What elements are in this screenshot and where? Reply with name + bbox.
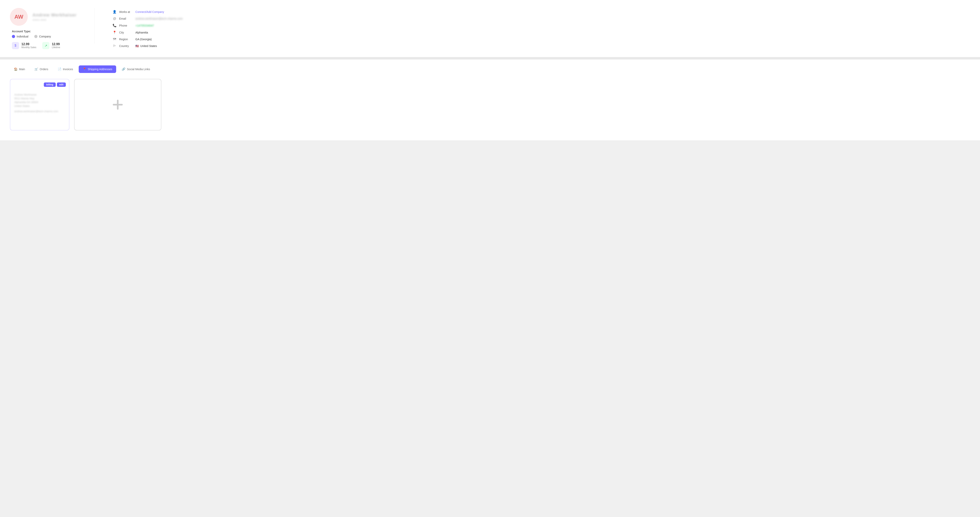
profile-left: AW Andrew Werkhaiser #0001-0000 Account …: [10, 8, 76, 49]
address-line-2: 5512 Atlanta Hwy: [14, 97, 65, 100]
works-at-icon: 👤: [112, 10, 117, 14]
account-type-block: Account Type: Individual Company: [12, 30, 76, 38]
invoices-tab-label: Invoices: [63, 68, 73, 71]
lifetime-text: 12.99 Lifetime: [52, 43, 60, 49]
main-tab-icon: 🏠: [14, 67, 18, 71]
company-radio-dot: [34, 35, 37, 38]
phone-icon: 📞: [112, 24, 117, 27]
flag-emoji: 🇺🇸: [135, 45, 139, 48]
company-label: Company: [39, 35, 51, 38]
works-at-value[interactable]: Connect/Add Company: [135, 10, 164, 13]
address-card-billing: billing edit Andrew Werkhaiser 5512 Atla…: [10, 79, 69, 130]
address-email: andrew.werkhaiser@tech-charms.com: [14, 110, 65, 113]
lifetime-label: Lifetime: [52, 46, 60, 49]
profile-section: AW Andrew Werkhaiser #0001-0000 Account …: [0, 0, 980, 57]
city-icon: 📍: [112, 30, 117, 34]
monthly-sales-stat: $ 12.99 Monthly Sales: [12, 42, 36, 49]
city-key: City: [119, 31, 133, 34]
add-icon: [112, 99, 124, 111]
bottom-section: 🏠 Main 🛒 Orders 📄 Invoices 📍 Shipping Ad…: [0, 59, 980, 140]
vertical-divider: [94, 8, 95, 44]
phone-row: 📞 Phone +14705334047: [112, 24, 183, 27]
monthly-sales-label: Monthly Sales: [21, 46, 36, 49]
addresses-grid: billing edit Andrew Werkhaiser 5512 Atla…: [10, 79, 970, 130]
shipping-tab-icon: 📍: [83, 67, 86, 71]
region-icon: 🗺: [112, 37, 117, 41]
trend-icon: ↗: [42, 42, 49, 49]
tab-invoices[interactable]: 📄 Invoices: [54, 65, 77, 73]
monthly-sales-text: 12.99 Monthly Sales: [21, 43, 36, 49]
address-line-3: Alpharetta GA 30004: [14, 101, 65, 104]
dollar-icon: $: [12, 42, 19, 49]
account-type-label: Account Type:: [12, 30, 76, 33]
profile-name-block: Andrew Werkhaiser #0001-0000: [32, 13, 76, 21]
company-radio[interactable]: Company: [34, 35, 51, 38]
country-icon: 🏳: [112, 44, 117, 48]
social-tab-icon: 🔗: [122, 67, 126, 71]
avatar: AW: [10, 8, 28, 26]
address-content: Andrew Werkhaiser 5512 Atlanta Hwy Alpha…: [14, 93, 65, 113]
shipping-tab-label: Shipping Addresses: [88, 68, 112, 71]
country-name: United States: [140, 45, 157, 48]
section-separator: [0, 57, 980, 59]
invoices-tab-icon: 📄: [58, 67, 62, 71]
works-at-row: 👤 Works at Connect/Add Company: [112, 10, 183, 14]
address-line-1: Andrew Werkhaiser: [14, 93, 65, 96]
email-icon: @: [112, 17, 117, 21]
city-value: Alpharetta: [135, 31, 148, 34]
profile-id: #0001-0000: [32, 18, 76, 21]
country-value: 🇺🇸 United States: [135, 45, 157, 48]
profile-name: Andrew Werkhaiser: [32, 13, 76, 17]
region-key: Region: [119, 38, 133, 41]
phone-key: Phone: [119, 24, 133, 27]
email-row: @ Email andrew.werkhaiser@tech-charms.co…: [112, 17, 183, 21]
country-row: 🏳 Country 🇺🇸 United States: [112, 44, 183, 48]
social-tab-label: Social Media Links: [127, 68, 150, 71]
profile-header: AW Andrew Werkhaiser #0001-0000: [10, 8, 76, 26]
orders-tab-icon: 🛒: [35, 67, 38, 71]
region-row: 🗺 Region GA (Georgia): [112, 37, 183, 41]
tab-orders[interactable]: 🛒 Orders: [30, 65, 52, 73]
tabs-bar: 🏠 Main 🛒 Orders 📄 Invoices 📍 Shipping Ad…: [10, 65, 970, 73]
address-badges: billing edit: [44, 83, 66, 87]
tab-social[interactable]: 🔗 Social Media Links: [118, 65, 154, 73]
tab-main[interactable]: 🏠 Main: [10, 65, 29, 73]
address-line-4: United States: [14, 105, 65, 107]
individual-label: Individual: [17, 35, 29, 38]
phone-value: +14705334047: [135, 24, 154, 27]
individual-radio[interactable]: Individual: [12, 35, 29, 38]
individual-radio-dot: [12, 35, 15, 38]
country-key: Country: [119, 45, 133, 48]
lifetime-stat: ↗ 12.99 Lifetime: [42, 42, 60, 49]
billing-badge[interactable]: billing: [44, 83, 56, 87]
stats-row: $ 12.99 Monthly Sales ↗ 12.99 Lifetime: [12, 42, 76, 49]
add-address-card[interactable]: [74, 79, 161, 130]
account-type-options: Individual Company: [12, 35, 76, 38]
email-value: andrew.werkhaiser@tech-charms.com: [135, 17, 183, 20]
email-key: Email: [119, 17, 133, 20]
city-row: 📍 City Alpharetta: [112, 30, 183, 34]
svg-rect-1: [113, 104, 123, 105]
monthly-sales-value: 12.99: [21, 43, 36, 46]
profile-right: 👤 Works at Connect/Add Company @ Email a…: [112, 8, 183, 48]
edit-badge[interactable]: edit: [57, 83, 66, 87]
orders-tab-label: Orders: [40, 68, 48, 71]
works-at-key: Works at: [119, 10, 133, 13]
region-value: GA (Georgia): [135, 38, 152, 41]
tab-shipping[interactable]: 📍 Shipping Addresses: [79, 65, 116, 73]
main-tab-label: Main: [19, 68, 25, 71]
lifetime-value: 12.99: [52, 43, 60, 46]
